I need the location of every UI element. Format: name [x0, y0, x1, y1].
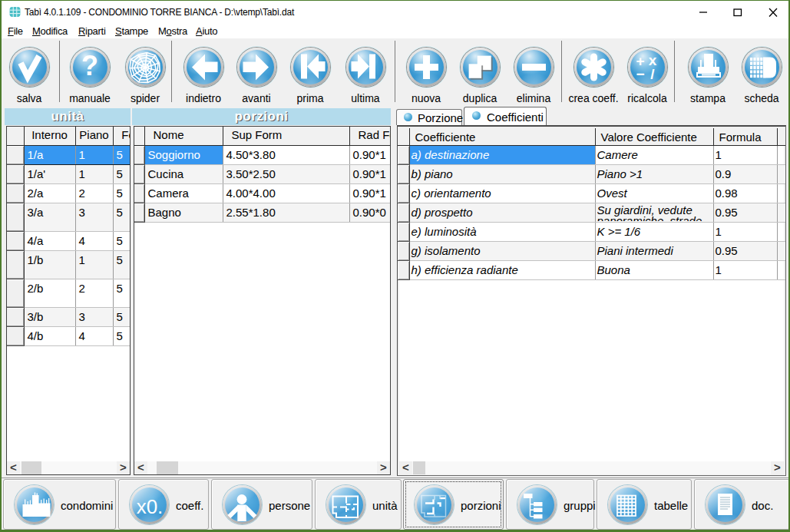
svg-text:x0.: x0. [137, 495, 164, 518]
svg-text:−: − [636, 66, 644, 82]
svg-text:/: / [650, 66, 655, 82]
svg-text:?: ? [81, 50, 98, 81]
